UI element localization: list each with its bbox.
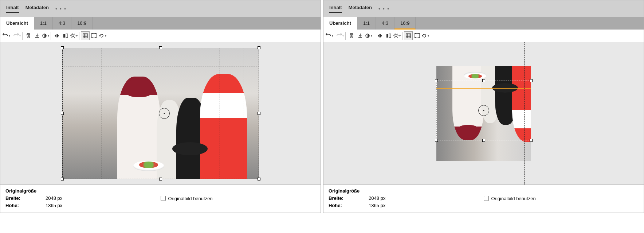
flip-vertical-button[interactable] [61,31,70,40]
flip-horizontal-button[interactable] [376,31,384,40]
tab-metadata[interactable]: Metadaten [25,5,49,13]
svg-point-3 [72,35,74,37]
brightness-button[interactable]: ▾ [70,33,78,39]
grid-button[interactable] [404,31,413,40]
trash-icon [25,33,31,39]
separator [51,32,51,40]
download-icon [34,33,40,39]
flip-v-icon [386,33,392,39]
frame-button[interactable] [90,31,98,40]
sun-icon [393,33,399,39]
ratio-tab-1-1[interactable]: 1:1 [357,17,376,30]
image-preview[interactable] [436,42,531,185]
svg-rect-6 [95,33,97,34]
sun-icon [70,33,76,39]
half-circle-icon [365,33,370,39]
ratio-tabs: Übersicht 1:1 4:3 16:9 [323,17,644,30]
exposure-button[interactable]: ▾ [365,33,372,39]
top-tabs: Inhalt Metadaten • • • [0,0,321,17]
more-menu-icon[interactable]: • • • [55,6,67,12]
svg-rect-2 [66,34,68,38]
flip-vertical-button[interactable] [384,31,393,40]
grid-button[interactable] [81,31,90,40]
frame-button[interactable] [413,31,421,40]
trash-icon [349,33,354,39]
undo-icon [3,33,8,39]
caret-icon: ▾ [428,34,429,38]
tab-content[interactable]: Inhalt [6,5,19,13]
editor-pane-left: Inhalt Metadaten • • • Übersicht 1:1 4:3… [0,0,321,213]
flip-h-icon [377,33,383,39]
top-tabs: Inhalt Metadaten • • • [323,0,644,17]
svg-point-12 [395,35,397,37]
height-value: 1365 px [369,203,385,208]
ratio-tab-4-3[interactable]: 4:3 [376,17,394,30]
caret-icon: ▾ [342,34,344,38]
original-size-title: Originalgröße [329,188,484,194]
caret-icon: ▾ [399,34,401,38]
rotate-icon [99,33,105,39]
grid-icon [405,33,411,39]
download-button[interactable] [356,31,365,40]
caret-icon: ▾ [48,34,49,38]
image-preview[interactable] [62,48,259,179]
checkbox-icon [484,196,489,201]
svg-rect-17 [419,37,420,38]
svg-rect-8 [95,37,97,38]
redo-icon [336,33,342,39]
canvas-area[interactable] [0,42,321,185]
redo-icon [13,33,19,39]
canvas-area[interactable] [323,42,644,185]
separator [374,32,374,40]
ratio-tab-4-3[interactable]: 4:3 [53,17,71,30]
width-value: 2048 px [46,195,62,201]
tab-content[interactable]: Inhalt [329,5,342,13]
half-circle-icon [42,33,47,39]
undo-icon [326,33,331,39]
ratio-tab-1-1[interactable]: 1:1 [34,17,53,30]
rotate-button[interactable]: ▾ [98,33,107,39]
separator [402,32,402,40]
delete-button[interactable] [24,31,33,40]
brightness-button[interactable]: ▾ [393,33,401,39]
caret-icon: ▾ [76,34,78,38]
flip-v-icon [63,33,68,39]
image-toolbar: ▾ ▾ ▾ ▾ [0,30,321,42]
caret-icon: ▾ [9,34,10,38]
frame-icon [91,33,97,39]
more-menu-icon[interactable]: • • • [378,6,390,12]
svg-rect-7 [91,37,93,38]
height-label: Höhe: [329,203,350,208]
image-toolbar: ▾ ▾ ▾ ▾ [323,30,644,42]
exposure-button[interactable]: ▾ [42,33,49,39]
ratio-tab-16-9[interactable]: 16:9 [71,17,93,30]
width-label: Breite: [5,195,27,201]
frame-icon [414,33,420,39]
separator [22,32,23,40]
tab-metadata[interactable]: Metadaten [349,5,372,13]
width-value: 2048 px [369,195,385,201]
ratio-tab-16-9[interactable]: 16:9 [394,17,416,30]
separator [79,32,79,40]
original-size-title: Originalgröße [5,188,161,194]
rotate-icon [421,33,427,39]
redo-button[interactable]: ▾ [13,33,21,39]
ratio-tab-overview[interactable]: Übersicht [0,17,34,30]
ratio-tab-overview[interactable]: Übersicht [323,17,357,30]
use-original-label: Originalbild benutzen [168,196,213,201]
delete-button[interactable] [347,31,356,40]
undo-button[interactable]: ▾ [3,33,10,39]
caret-icon: ▾ [332,34,333,38]
rotate-button[interactable]: ▾ [421,33,429,39]
use-original-checkbox[interactable]: Originalbild benutzen [484,189,536,208]
caret-icon: ▾ [19,34,21,38]
download-button[interactable] [33,31,42,40]
checkbox-icon [161,196,166,201]
use-original-checkbox[interactable]: Originalbild benutzen [161,189,213,208]
redo-button[interactable]: ▾ [336,33,344,39]
ratio-tabs: Übersicht 1:1 4:3 16:9 [0,17,321,30]
use-original-label: Originalbild benutzen [491,196,536,201]
undo-button[interactable]: ▾ [326,33,333,39]
flip-horizontal-button[interactable] [52,31,61,40]
height-value: 1365 px [46,203,62,208]
